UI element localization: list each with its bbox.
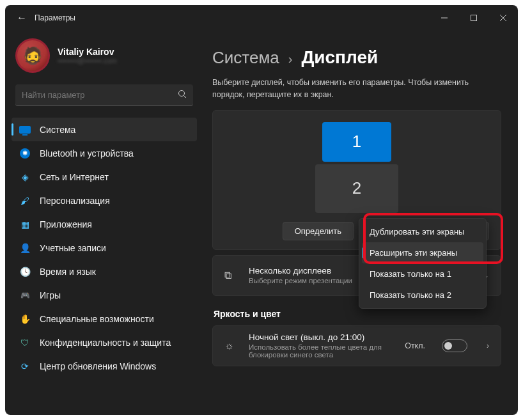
breadcrumb-parent[interactable]: Система — [212, 48, 279, 68]
maximize-icon — [471, 15, 477, 21]
sidebar-item-label: Приложения — [40, 219, 92, 229]
display-arrangement-panel: 1 2 Определить Расширить эти экраны ⌄ Ду… — [212, 110, 501, 250]
window-title: Параметры — [35, 13, 75, 22]
shield-icon: 🛡 — [19, 337, 31, 348]
sidebar-item-privacy[interactable]: 🛡 Конфиденциальность и защита — [12, 331, 197, 354]
svg-rect-1 — [471, 15, 477, 21]
mode-option-only2[interactable]: Показать только на 2 — [362, 284, 483, 306]
sidebar-item-update[interactable]: ⟳ Центр обновления Windows — [12, 354, 197, 378]
apps-icon: ▦ — [19, 219, 31, 230]
sidebar-item-gaming[interactable]: 🎮 Игры — [12, 283, 197, 307]
search-box[interactable] — [15, 84, 193, 106]
user-icon: 👤 — [19, 242, 31, 254]
sidebar-item-accounts[interactable]: 👤 Учетные записи — [12, 236, 197, 260]
sidebar-item-label: Система — [40, 125, 75, 135]
svg-point-4 — [179, 91, 185, 97]
sidebar-item-label: Персонализация — [40, 196, 110, 206]
minimize-button[interactable] — [430, 5, 459, 31]
maximize-button[interactable] — [459, 5, 488, 31]
close-icon — [500, 15, 506, 21]
sidebar: 🧔 Vitaliy Kairov ••••••••@•••••••.com Си… — [5, 31, 203, 415]
sidebar-item-label: Специальные возможности — [40, 314, 154, 324]
clock-icon: 🕓 — [19, 266, 31, 277]
sidebar-item-accessibility[interactable]: ✋ Специальные возможности — [12, 307, 197, 331]
wifi-icon: ◈ — [19, 171, 31, 183]
display-tile-2[interactable]: 2 — [315, 164, 398, 213]
sidebar-item-label: Учетные записи — [40, 243, 106, 253]
monitor-icon — [19, 124, 31, 136]
sidebar-item-label: Сеть и Интернет — [40, 172, 109, 182]
profile-name: Vitaliy Kairov — [58, 47, 117, 57]
close-button[interactable] — [488, 5, 518, 31]
accessibility-icon: ✋ — [19, 313, 31, 325]
update-icon: ⟳ — [19, 361, 31, 372]
mode-option-only1[interactable]: Показать только на 1 — [362, 263, 483, 284]
chevron-right-icon[interactable]: › — [487, 341, 489, 350]
search-input[interactable] — [22, 90, 178, 100]
mode-option-duplicate[interactable]: Дублировать эти экраны — [362, 221, 483, 242]
sidebar-item-personalization[interactable]: 🖌 Персонализация — [12, 189, 197, 212]
page-title: Дисплей — [301, 47, 378, 68]
sidebar-item-label: Bluetooth и устройства — [40, 148, 134, 159]
setting-title: Ночной свет (выкл. до 21:00) — [249, 332, 394, 342]
sidebar-item-label: Конфиденциальность и защита — [40, 338, 171, 348]
profile-block[interactable]: 🧔 Vitaliy Kairov ••••••••@•••••••.com — [12, 36, 197, 84]
main-content: Система › Дисплей Выберите дисплей, чтоб… — [203, 31, 518, 415]
window-controls — [430, 5, 518, 31]
setting-subtitle: Использовать более теплые цвета для блок… — [249, 343, 394, 359]
help-text: Выберите дисплей, чтобы изменить его пар… — [212, 77, 494, 101]
night-light-toggle[interactable] — [442, 339, 467, 352]
avatar: 🧔 — [15, 38, 50, 73]
sidebar-item-system[interactable]: Система — [12, 118, 197, 141]
identify-button[interactable]: Определить — [283, 222, 354, 240]
titlebar: ← Параметры — [5, 5, 518, 31]
bluetooth-icon: ✱ — [19, 148, 31, 159]
night-light-row[interactable]: ☼ Ночной свет (выкл. до 21:00) Использов… — [212, 325, 501, 366]
breadcrumb: Система › Дисплей — [212, 47, 501, 68]
display-tile-1[interactable]: 1 — [322, 122, 391, 162]
toggle-state-label: Откл. — [405, 341, 425, 350]
sidebar-item-time[interactable]: 🕓 Время и язык — [12, 260, 197, 283]
multi-display-icon: ⧉ — [224, 270, 238, 281]
profile-email: ••••••••@•••••••.com — [58, 57, 117, 65]
minimize-icon — [441, 15, 448, 21]
sidebar-item-label: Центр обновления Windows — [40, 361, 156, 371]
display-mode-menu: Дублировать эти экраны Расширить эти экр… — [359, 218, 487, 309]
gamepad-icon: 🎮 — [19, 290, 31, 301]
back-button[interactable]: ← — [12, 12, 32, 24]
sidebar-item-network[interactable]: ◈ Сеть и Интернет — [12, 165, 197, 189]
sidebar-item-bluetooth[interactable]: ✱ Bluetooth и устройства — [12, 141, 197, 165]
settings-window: ← Параметры 🧔 Vitaliy Kairov ••••••••@••… — [5, 5, 518, 415]
mode-option-extend[interactable]: Расширить эти экраны — [362, 242, 483, 263]
sidebar-item-label: Игры — [40, 290, 61, 300]
brush-icon: 🖌 — [19, 195, 31, 206]
sidebar-item-label: Время и язык — [40, 267, 96, 277]
section-heading: Яркость и цвет — [214, 309, 501, 319]
svg-line-5 — [184, 96, 187, 98]
sun-icon: ☼ — [224, 340, 238, 352]
sidebar-item-apps[interactable]: ▦ Приложения — [12, 212, 197, 236]
chevron-right-icon: › — [288, 52, 293, 66]
search-icon — [178, 89, 187, 100]
